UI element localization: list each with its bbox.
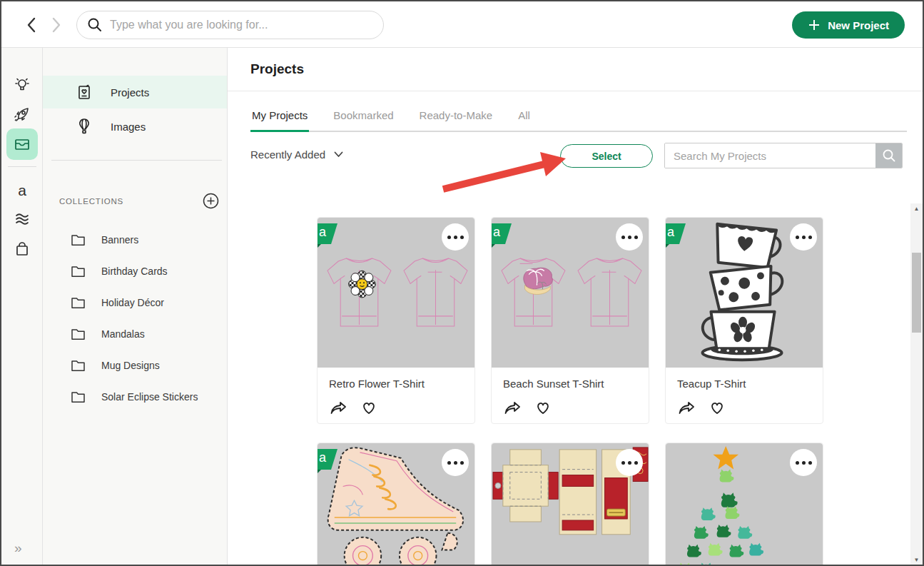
add-collection-button[interactable] bbox=[203, 193, 219, 209]
projects-card-icon bbox=[76, 84, 92, 101]
project-card: a Retro Flower T-Shirt bbox=[317, 217, 475, 424]
new-project-button[interactable]: New Project bbox=[792, 11, 905, 39]
shopping-bag-icon bbox=[13, 240, 31, 258]
access-badge-letter: a bbox=[319, 225, 326, 239]
card-title: Teacup T-Shirt bbox=[677, 378, 811, 390]
waves-icon bbox=[13, 210, 31, 228]
access-badge-letter: a bbox=[319, 450, 326, 465]
folder-icon bbox=[71, 359, 86, 372]
card-menu-button[interactable] bbox=[616, 449, 643, 476]
plus-circle-icon bbox=[203, 193, 219, 209]
tab-bar: My Projects Bookmarked Ready-to-Make All bbox=[250, 103, 907, 132]
sort-dropdown[interactable]: Recently Added bbox=[250, 148, 343, 161]
project-search-button[interactable] bbox=[875, 143, 902, 168]
card-footer: Teacup T-Shirt bbox=[666, 368, 823, 416]
card-menu-button[interactable] bbox=[442, 223, 469, 251]
rail-item-access[interactable]: a bbox=[6, 174, 38, 206]
rail-item-projects[interactable] bbox=[6, 128, 38, 160]
scrollbar-thumb[interactable] bbox=[912, 253, 921, 333]
vertical-scrollbar[interactable]: ▲ ▼ bbox=[910, 203, 923, 566]
share-icon bbox=[677, 399, 696, 416]
access-badge-notch bbox=[492, 244, 495, 251]
sidebar-item-images[interactable]: Images bbox=[43, 110, 227, 143]
card-menu-button[interactable] bbox=[442, 449, 469, 476]
tab-bookmarked[interactable]: Bookmarked bbox=[332, 103, 395, 132]
share-button[interactable] bbox=[677, 399, 696, 416]
project-thumbnail[interactable]: a bbox=[318, 218, 474, 368]
folder-item-holiday-decor[interactable]: Holiday Décor bbox=[43, 287, 227, 318]
share-button[interactable] bbox=[329, 399, 347, 416]
card-menu-button[interactable] bbox=[790, 449, 817, 476]
card-menu-button[interactable] bbox=[616, 223, 643, 251]
rocket-icon bbox=[13, 105, 31, 123]
search-icon bbox=[87, 17, 103, 33]
card-title: Retro Flower T-Shirt bbox=[329, 378, 463, 390]
page-title: Projects bbox=[250, 61, 304, 77]
sidebar-item-label: Projects bbox=[111, 86, 149, 98]
card-menu-button[interactable] bbox=[790, 223, 817, 251]
favorite-button[interactable] bbox=[360, 399, 377, 416]
select-button[interactable]: Select bbox=[560, 144, 653, 168]
forward-button[interactable] bbox=[46, 14, 67, 36]
project-card: a Beach Sunset T-Shirt bbox=[491, 217, 649, 424]
global-search-input[interactable] bbox=[110, 19, 373, 31]
scroll-down-button[interactable]: ▼ bbox=[910, 555, 923, 566]
rail-item-patterns[interactable] bbox=[6, 203, 38, 235]
expand-sidebar-button[interactable]: » bbox=[14, 540, 22, 556]
card-footer: Beach Sunset T-Shirt bbox=[492, 368, 649, 416]
access-badge-notch bbox=[666, 244, 669, 251]
folder-icon bbox=[71, 265, 86, 278]
folder-icon bbox=[71, 328, 86, 340]
rail-divider bbox=[8, 166, 36, 167]
hot-air-balloon-icon bbox=[76, 118, 92, 135]
project-card: a bbox=[317, 443, 475, 566]
rail-item-shop[interactable] bbox=[6, 233, 38, 265]
header-divider bbox=[228, 91, 924, 91]
share-icon bbox=[503, 399, 522, 416]
share-button[interactable] bbox=[503, 399, 522, 416]
project-thumbnail[interactable]: a bbox=[318, 443, 474, 566]
heart-icon bbox=[709, 399, 726, 416]
project-thumbnail[interactable] bbox=[666, 443, 823, 566]
plus-icon bbox=[808, 19, 821, 31]
folder-icon bbox=[71, 296, 86, 309]
folder-item-mandalas[interactable]: Mandalas bbox=[43, 318, 227, 350]
annotation-arrow bbox=[433, 146, 576, 198]
folder-item-solar-eclipse-stickers[interactable]: Solar Eclipse Stickers bbox=[43, 381, 227, 413]
sort-label: Recently Added bbox=[250, 148, 325, 161]
favorite-button[interactable] bbox=[709, 399, 726, 416]
project-card bbox=[491, 443, 649, 566]
main-content: Projects My Projects Bookmarked Ready-to… bbox=[228, 48, 924, 566]
sidebar-item-projects[interactable]: Projects bbox=[43, 76, 227, 108]
tab-ready-to-make[interactable]: Ready-to-Make bbox=[418, 103, 494, 132]
folder-item-banners[interactable]: Banners bbox=[43, 224, 227, 256]
project-card: a Teacup T-Shirt bbox=[665, 217, 823, 424]
favorite-button[interactable] bbox=[534, 399, 552, 416]
scroll-up-button[interactable]: ▲ bbox=[910, 203, 923, 215]
back-button[interactable] bbox=[21, 14, 42, 36]
rail-item-getting-started[interactable] bbox=[6, 98, 38, 130]
chevron-left-icon bbox=[26, 17, 36, 33]
access-badge-letter: a bbox=[667, 225, 674, 239]
project-search-input[interactable] bbox=[665, 143, 875, 168]
heart-icon bbox=[534, 399, 552, 416]
tab-all[interactable]: All bbox=[517, 103, 532, 132]
folder-item-birthday-cards[interactable]: Birthday Cards bbox=[43, 256, 227, 287]
card-footer: Retro Flower T-Shirt bbox=[318, 368, 474, 416]
tab-my-projects[interactable]: My Projects bbox=[250, 103, 309, 132]
rail-item-inspiration[interactable] bbox=[6, 69, 38, 101]
project-thumbnail[interactable]: a bbox=[666, 218, 823, 368]
project-thumbnail[interactable] bbox=[492, 443, 649, 566]
folder-item-mug-designs[interactable]: Mug Designs bbox=[43, 350, 227, 381]
inbox-tray-icon bbox=[13, 135, 31, 153]
folder-label: Birthday Cards bbox=[101, 266, 168, 277]
collections-label: COLLECTIONS bbox=[59, 197, 123, 206]
access-badge-notch bbox=[318, 244, 321, 251]
search-icon bbox=[882, 148, 896, 163]
folder-label: Banners bbox=[101, 234, 138, 246]
project-thumbnail[interactable]: a bbox=[492, 218, 649, 368]
folder-icon bbox=[71, 390, 86, 403]
access-badge-letter: a bbox=[493, 225, 500, 239]
access-logo-icon: a bbox=[18, 183, 26, 198]
sidebar: Projects Images COLLECTIONS Banners Birt… bbox=[43, 48, 228, 566]
